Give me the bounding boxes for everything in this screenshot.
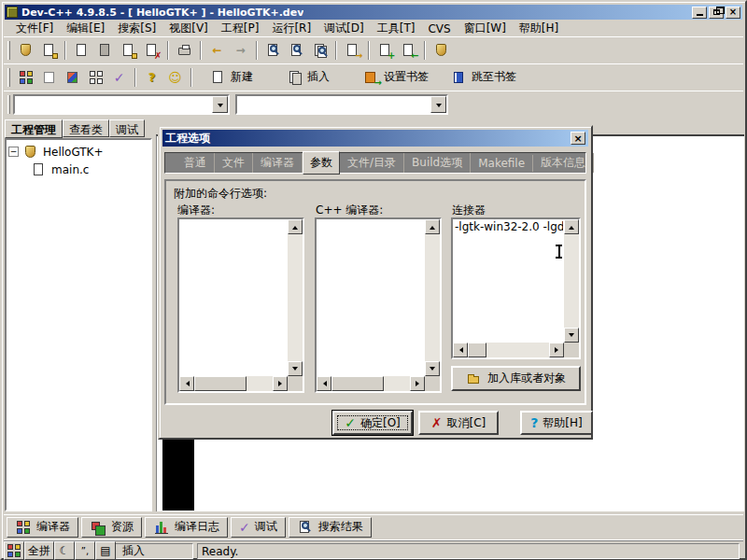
restore-button[interactable] [709,7,724,19]
tree-expander-icon[interactable] [8,147,19,157]
undo-button[interactable]: ← [205,39,229,62]
tree-item-file[interactable]: main.c [31,161,148,178]
project-options-button[interactable] [430,39,453,62]
replace-button[interactable] [308,39,331,62]
menu-search[interactable]: 搜索[S] [111,20,162,37]
tab-makefile[interactable]: Makefile [471,155,533,172]
tab-compile-log[interactable]: 编译日志 [145,517,228,538]
tab-general[interactable]: 普通 [176,153,215,173]
linker-options-input[interactable]: -lgtk-win32-2.0 -lgdk-win [451,217,581,359]
tab-version-info[interactable]: 版本信息 [533,153,594,173]
scroll-down-button[interactable] [288,361,303,376]
toolbar-grip[interactable] [7,68,10,87]
menu-window[interactable]: 窗口[W] [458,20,513,37]
close-button[interactable]: × [726,7,740,19]
scrollbar-vertical[interactable] [425,219,440,376]
class-browser-select[interactable] [235,94,448,115]
tab-resources[interactable]: 资源 [81,517,142,538]
goto-bookmark-button[interactable]: 跳至书签 [444,66,523,89]
find-in-files-button[interactable] [285,39,308,62]
tab-debug-output[interactable]: ✓ 调试 [231,517,286,538]
scroll-left-button[interactable] [179,376,194,391]
menu-cvs[interactable]: CVS [421,21,457,36]
debug-button[interactable]: ✓ [107,66,131,89]
ime-halfwidth-button[interactable]: ☾ [54,541,75,560]
open-file-button[interactable] [37,39,61,62]
menu-run[interactable]: 运行[R] [265,20,317,37]
insert-button[interactable]: 插入 [280,66,336,89]
add-to-project-button[interactable]: + [374,39,397,62]
menu-view[interactable]: 视图[V] [162,20,215,37]
scroll-right-button[interactable] [273,376,288,391]
compiler-select-dropdown[interactable] [212,96,228,113]
scrollbar-thumb[interactable] [331,376,384,391]
help-dialog-button[interactable]: ? 帮助[H] [520,411,593,435]
menu-file[interactable]: 文件[F] [9,20,60,37]
tab-classes[interactable]: 查看类 [63,119,109,137]
tab-search-results[interactable]: 搜索结果 [289,517,372,538]
scrollbar-thumb[interactable] [468,343,486,357]
compiler-select[interactable] [13,94,230,115]
tab-debug[interactable]: 调试 [109,119,145,137]
ime-softkeyboard-button[interactable]: ▤ [95,541,116,560]
remove-from-project-button[interactable]: ← [397,39,420,62]
scrollbar-vertical[interactable] [288,219,303,376]
scroll-up-button[interactable] [425,219,440,234]
rebuild-all-button[interactable] [84,66,107,89]
menu-debug[interactable]: 调试[D] [317,20,371,37]
toolbar-grip[interactable] [7,41,10,60]
minimize-button[interactable] [692,7,707,19]
dialog-close-button[interactable]: × [571,132,585,145]
tab-files[interactable]: 文件 [215,153,253,173]
tab-project-manager[interactable]: 工程管理 [5,119,63,138]
scroll-right-button[interactable] [410,376,425,391]
new-unit-button[interactable]: 新建 [204,66,260,89]
scroll-up-button[interactable] [564,219,579,234]
scroll-up-button[interactable] [288,219,303,234]
open-project-button[interactable] [14,39,37,62]
scrollbar-horizontal[interactable] [453,343,564,357]
redo-button[interactable]: → [229,39,252,62]
close-file-button[interactable]: ✗ [140,39,163,62]
ime-logo-button[interactable] [4,541,24,560]
cpp-compiler-options-input[interactable] [315,217,442,393]
scroll-right-button[interactable] [549,343,564,357]
scroll-down-button[interactable] [425,361,440,376]
about-button[interactable]: ☺ [163,66,187,89]
menu-help[interactable]: 帮助[H] [513,20,565,37]
scroll-down-button[interactable] [564,328,579,343]
tab-compiler[interactable]: 编译器 [253,153,303,173]
scroll-left-button[interactable] [453,343,468,357]
ime-mode-button[interactable]: 全拼 [24,541,54,560]
save-button[interactable] [93,39,117,62]
set-bookmark-button[interactable]: → 设置书签 [357,66,435,89]
scrollbar-thumb[interactable] [194,376,247,391]
scroll-left-button[interactable] [317,376,331,391]
save-all-button[interactable] [117,39,140,62]
run-button[interactable] [37,66,61,89]
scrollbar-horizontal[interactable] [317,376,425,391]
tree-item-project[interactable]: HelloGTK+ [8,143,148,161]
toolbar-grip[interactable] [7,95,10,114]
add-library-button[interactable]: 加入库或者对象 [451,366,581,391]
scrollbar-horizontal[interactable] [179,376,288,391]
class-browser-dropdown[interactable] [430,96,446,113]
find-button[interactable] [261,39,285,62]
compiler-options-input[interactable] [177,217,304,393]
print-button[interactable] [173,39,196,62]
cancel-button[interactable]: ✗ 取消[C] [418,411,499,435]
scrollbar-vertical[interactable] [564,219,579,343]
menu-project[interactable]: 工程[P] [215,20,266,37]
ime-punctuation-button[interactable]: ”, [75,541,95,560]
tab-compiler-output[interactable]: 编译器 [7,517,78,538]
tab-build-options[interactable]: Build选项 [404,153,471,173]
compile-button[interactable] [14,66,37,89]
tab-files-dirs[interactable]: 文件/目录 [340,153,404,173]
tab-parameters[interactable]: 参数 [303,151,340,175]
goto-line-button[interactable]: → [341,39,364,62]
menu-tools[interactable]: 工具[T] [371,20,422,37]
help-button[interactable]: ? [140,66,163,89]
menu-edit[interactable]: 编辑[E] [60,20,111,37]
new-source-button[interactable] [70,39,93,62]
ok-button[interactable]: ✓ 确定[O] [332,411,413,435]
